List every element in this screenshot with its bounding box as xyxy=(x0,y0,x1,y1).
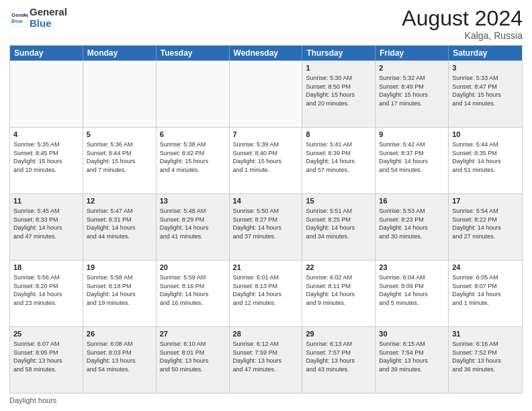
day-number: 20 xyxy=(160,263,226,273)
cal-cell-day-27: 27Sunrise: 6:10 AM Sunset: 8:01 PM Dayli… xyxy=(157,327,230,393)
day-number: 25 xyxy=(13,329,79,339)
cell-info: Sunrise: 5:58 AM Sunset: 8:18 PM Dayligh… xyxy=(87,273,152,307)
cell-info: Sunrise: 5:54 AM Sunset: 8:22 PM Dayligh… xyxy=(452,207,519,240)
day-number: 15 xyxy=(306,196,371,206)
cal-cell-day-7: 7Sunrise: 5:39 AM Sunset: 8:40 PM Daylig… xyxy=(230,128,303,193)
day-number: 18 xyxy=(13,263,79,273)
cal-cell-day-8: 8Sunrise: 5:41 AM Sunset: 8:39 PM Daylig… xyxy=(302,128,375,193)
cal-cell-empty xyxy=(157,61,230,127)
cell-info: Sunrise: 6:05 AM Sunset: 8:07 PM Dayligh… xyxy=(452,273,519,307)
cell-info: Sunrise: 6:04 AM Sunset: 8:09 PM Dayligh… xyxy=(379,273,445,307)
cal-cell-day-12: 12Sunrise: 5:47 AM Sunset: 8:31 PM Dayli… xyxy=(83,194,157,260)
cell-info: Sunrise: 5:51 AM Sunset: 8:25 PM Dayligh… xyxy=(306,207,371,240)
cell-info: Sunrise: 6:07 AM Sunset: 8:05 PM Dayligh… xyxy=(13,340,79,373)
cell-info: Sunrise: 5:50 AM Sunset: 8:27 PM Dayligh… xyxy=(233,207,299,240)
cell-info: Sunrise: 5:33 AM Sunset: 8:47 PM Dayligh… xyxy=(452,74,519,107)
cal-row-0: 1Sunrise: 5:30 AM Sunset: 8:50 PM Daylig… xyxy=(10,60,522,127)
page: General Blue General Blue August 2024 Ka… xyxy=(0,0,532,411)
logo-text: General Blue xyxy=(30,7,67,29)
cal-cell-day-17: 17Sunrise: 5:54 AM Sunset: 8:22 PM Dayli… xyxy=(449,194,522,260)
cell-info: Sunrise: 5:45 AM Sunset: 8:33 PM Dayligh… xyxy=(13,207,79,240)
cal-cell-day-29: 29Sunrise: 6:13 AM Sunset: 7:57 PM Dayli… xyxy=(302,327,375,393)
cal-cell-day-24: 24Sunrise: 6:05 AM Sunset: 8:07 PM Dayli… xyxy=(449,261,522,326)
location: Kalga, Russia xyxy=(402,30,523,41)
cal-cell-day-21: 21Sunrise: 6:01 AM Sunset: 8:13 PM Dayli… xyxy=(230,261,303,326)
cal-cell-day-10: 10Sunrise: 5:44 AM Sunset: 8:35 PM Dayli… xyxy=(449,128,522,193)
cell-info: Sunrise: 6:12 AM Sunset: 7:59 PM Dayligh… xyxy=(233,340,299,373)
day-number: 6 xyxy=(160,130,226,140)
cal-cell-day-16: 16Sunrise: 5:53 AM Sunset: 8:23 PM Dayli… xyxy=(375,194,449,260)
cell-info: Sunrise: 5:35 AM Sunset: 8:45 PM Dayligh… xyxy=(13,140,79,174)
cal-row-3: 18Sunrise: 5:56 AM Sunset: 8:20 PM Dayli… xyxy=(10,260,522,326)
cal-cell-day-3: 3Sunrise: 5:33 AM Sunset: 8:47 PM Daylig… xyxy=(449,61,522,127)
day-number: 13 xyxy=(160,196,226,206)
day-number: 27 xyxy=(160,329,226,339)
cell-info: Sunrise: 5:48 AM Sunset: 8:29 PM Dayligh… xyxy=(160,207,226,240)
day-number: 4 xyxy=(13,130,79,140)
footer: Daylight hours xyxy=(9,396,523,404)
footer-label: Daylight hours xyxy=(9,396,56,404)
cell-info: Sunrise: 5:44 AM Sunset: 8:35 PM Dayligh… xyxy=(452,140,519,174)
cal-row-1: 4Sunrise: 5:35 AM Sunset: 8:45 PM Daylig… xyxy=(10,127,522,193)
cell-info: Sunrise: 6:15 AM Sunset: 7:54 PM Dayligh… xyxy=(379,340,445,373)
day-number: 7 xyxy=(233,130,299,140)
cal-cell-day-15: 15Sunrise: 5:51 AM Sunset: 8:25 PM Dayli… xyxy=(302,194,375,260)
cell-info: Sunrise: 5:39 AM Sunset: 8:40 PM Dayligh… xyxy=(233,140,299,174)
cal-cell-day-6: 6Sunrise: 5:38 AM Sunset: 8:42 PM Daylig… xyxy=(157,128,230,193)
calendar: SundayMondayTuesdayWednesdayThursdayFrid… xyxy=(9,45,523,394)
day-number: 8 xyxy=(306,130,371,140)
day-number: 1 xyxy=(306,63,371,73)
day-number: 22 xyxy=(306,263,371,273)
title-block: August 2024 Kalga, Russia xyxy=(402,7,523,41)
day-number: 23 xyxy=(379,263,445,273)
day-number: 29 xyxy=(306,329,371,339)
logo-icon: General Blue xyxy=(9,9,28,28)
day-header-friday: Friday xyxy=(375,46,449,60)
cal-cell-day-26: 26Sunrise: 6:08 AM Sunset: 8:03 PM Dayli… xyxy=(83,327,157,393)
day-header-wednesday: Wednesday xyxy=(230,46,303,60)
cal-cell-day-19: 19Sunrise: 5:58 AM Sunset: 8:18 PM Dayli… xyxy=(83,261,157,326)
day-number: 10 xyxy=(452,130,519,140)
day-number: 16 xyxy=(379,196,445,206)
day-number: 31 xyxy=(452,329,519,339)
day-number: 9 xyxy=(379,130,445,140)
cal-cell-empty xyxy=(10,61,83,127)
cal-cell-day-11: 11Sunrise: 5:45 AM Sunset: 8:33 PM Dayli… xyxy=(10,194,83,260)
cal-cell-day-13: 13Sunrise: 5:48 AM Sunset: 8:29 PM Dayli… xyxy=(157,194,230,260)
day-number: 19 xyxy=(87,263,152,273)
cal-cell-day-5: 5Sunrise: 5:36 AM Sunset: 8:44 PM Daylig… xyxy=(83,128,157,193)
day-number: 14 xyxy=(233,196,299,206)
day-number: 3 xyxy=(452,63,519,73)
cell-info: Sunrise: 5:32 AM Sunset: 8:49 PM Dayligh… xyxy=(379,74,445,107)
day-number: 12 xyxy=(87,196,152,206)
cal-cell-day-1: 1Sunrise: 5:30 AM Sunset: 8:50 PM Daylig… xyxy=(302,61,375,127)
cell-info: Sunrise: 6:02 AM Sunset: 8:11 PM Dayligh… xyxy=(306,273,371,307)
day-number: 5 xyxy=(87,130,152,140)
cal-cell-day-25: 25Sunrise: 6:07 AM Sunset: 8:05 PM Dayli… xyxy=(10,327,83,393)
cal-cell-day-20: 20Sunrise: 5:59 AM Sunset: 8:16 PM Dayli… xyxy=(157,261,230,326)
cell-info: Sunrise: 6:01 AM Sunset: 8:13 PM Dayligh… xyxy=(233,273,299,307)
day-number: 17 xyxy=(452,196,519,206)
day-number: 26 xyxy=(87,329,152,339)
month-year: August 2024 xyxy=(402,7,523,30)
cell-info: Sunrise: 6:13 AM Sunset: 7:57 PM Dayligh… xyxy=(306,340,371,373)
logo: General Blue General Blue xyxy=(9,7,67,29)
cell-info: Sunrise: 5:47 AM Sunset: 8:31 PM Dayligh… xyxy=(87,207,152,240)
cell-info: Sunrise: 5:42 AM Sunset: 8:37 PM Dayligh… xyxy=(379,140,445,174)
cell-info: Sunrise: 6:10 AM Sunset: 8:01 PM Dayligh… xyxy=(160,340,226,373)
cell-info: Sunrise: 5:30 AM Sunset: 8:50 PM Dayligh… xyxy=(306,74,371,107)
calendar-header: SundayMondayTuesdayWednesdayThursdayFrid… xyxy=(10,46,522,60)
cal-cell-day-23: 23Sunrise: 6:04 AM Sunset: 8:09 PM Dayli… xyxy=(375,261,449,326)
cal-cell-day-31: 31Sunrise: 6:16 AM Sunset: 7:52 PM Dayli… xyxy=(449,327,522,393)
cell-info: Sunrise: 5:53 AM Sunset: 8:23 PM Dayligh… xyxy=(379,207,445,240)
header: General Blue General Blue August 2024 Ka… xyxy=(9,7,523,41)
cal-cell-day-9: 9Sunrise: 5:42 AM Sunset: 8:37 PM Daylig… xyxy=(375,128,449,193)
cal-cell-empty xyxy=(230,61,303,127)
cell-info: Sunrise: 5:56 AM Sunset: 8:20 PM Dayligh… xyxy=(13,273,79,307)
cell-info: Sunrise: 5:36 AM Sunset: 8:44 PM Dayligh… xyxy=(87,140,152,174)
day-number: 24 xyxy=(452,263,519,273)
cal-cell-day-4: 4Sunrise: 5:35 AM Sunset: 8:45 PM Daylig… xyxy=(10,128,83,193)
day-header-saturday: Saturday xyxy=(449,46,522,60)
cell-info: Sunrise: 5:59 AM Sunset: 8:16 PM Dayligh… xyxy=(160,273,226,307)
cell-info: Sunrise: 6:08 AM Sunset: 8:03 PM Dayligh… xyxy=(87,340,152,373)
